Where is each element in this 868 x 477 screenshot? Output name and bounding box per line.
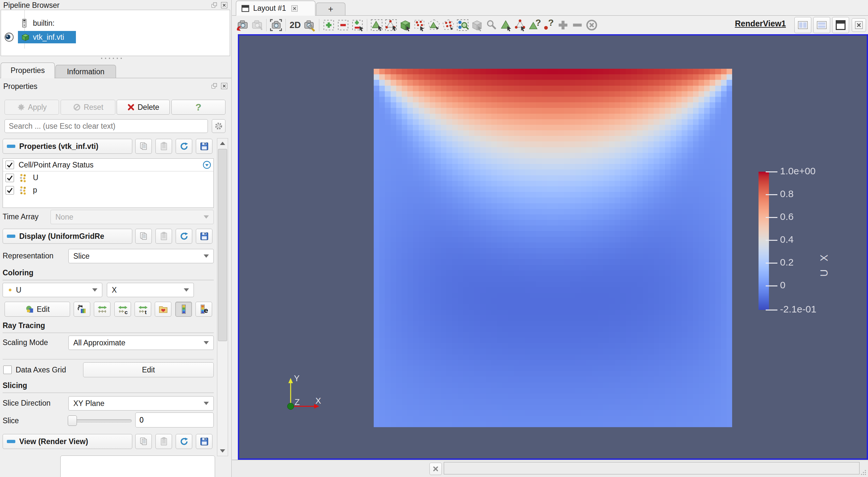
slice-value-input[interactable]: [135, 412, 214, 427]
clear-selection-button[interactable]: [585, 18, 599, 32]
array-status-header[interactable]: Cell/Point Array Status: [3, 159, 213, 171]
close-view-button[interactable]: [852, 18, 866, 32]
scaling-mode-combobox[interactable]: All Approximate: [68, 336, 214, 350]
scrollbar-up-button[interactable]: [218, 139, 227, 148]
eye-icon: [4, 32, 15, 43]
array-u-checkbox[interactable]: [5, 174, 14, 182]
partial-input[interactable]: [60, 455, 215, 477]
maximize-view-button[interactable]: [832, 17, 849, 33]
rescale-custom-range-button[interactable]: c: [114, 302, 131, 317]
select-block-button[interactable]: [470, 18, 484, 32]
select-cells-polygon-button[interactable]: [427, 18, 441, 32]
scrollbar-down-button[interactable]: [218, 447, 227, 455]
render-view-name[interactable]: RenderView1: [721, 19, 786, 28]
time-array-combobox[interactable]: None: [51, 210, 214, 224]
properties-undock-button[interactable]: [211, 82, 218, 90]
tab-add-layout[interactable]: +: [316, 3, 345, 15]
help-button[interactable]: ?: [172, 100, 225, 115]
zoom-to-data-button[interactable]: [269, 18, 283, 32]
save-defaults-button[interactable]: [196, 139, 212, 154]
scrollbar-thumb[interactable]: [218, 149, 227, 341]
copy-view-button[interactable]: [135, 434, 152, 449]
toggle-color-legend-button[interactable]: [175, 302, 192, 317]
reset-button[interactable]: Reset: [61, 100, 115, 115]
render-viewport[interactable]: 1.0e+000.80.60.40.20-2.1e-01 U X Y X Z: [238, 34, 868, 460]
split-horizontal-button[interactable]: [794, 17, 811, 33]
reset-display-button[interactable]: [176, 229, 192, 244]
array-row-u[interactable]: U: [3, 172, 213, 184]
pipeline-browser-close-button[interactable]: [220, 1, 228, 9]
slice-heatmap[interactable]: [374, 69, 732, 427]
pipeline-item-builtin[interactable]: builtin:: [19, 17, 54, 30]
color-component-combobox[interactable]: X: [107, 283, 194, 297]
color-array-combobox[interactable]: U: [3, 283, 102, 297]
search-options-button[interactable]: [212, 119, 225, 133]
interactive-select-cells-data-button[interactable]: [498, 18, 513, 32]
section-view[interactable]: View (Render View): [3, 434, 132, 449]
select-points-through-button[interactable]: [412, 18, 427, 32]
resize-grip-icon[interactable]: [860, 469, 867, 476]
interactive-select-cells-button[interactable]: [456, 18, 470, 32]
color-legend-bar[interactable]: [758, 172, 769, 310]
array-row-p[interactable]: p: [3, 185, 213, 196]
tab-close-icon[interactable]: [291, 5, 299, 12]
rescale-visible-range-button[interactable]: ?: [74, 302, 90, 317]
properties-scrollbar[interactable]: [217, 138, 228, 456]
paste-display-button[interactable]: [155, 229, 172, 244]
subtract-selection-button[interactable]: [336, 18, 350, 32]
data-axes-grid-checkbox[interactable]: [3, 365, 12, 374]
copy-display-button[interactable]: [135, 229, 152, 244]
tab-information[interactable]: Information: [55, 65, 116, 78]
pipeline-item-source[interactable]: vtk_inf.vti: [18, 31, 76, 43]
zoom-to-box-button[interactable]: [302, 18, 317, 32]
properties-close-button[interactable]: [220, 82, 228, 90]
add-selection-button[interactable]: [321, 18, 336, 32]
camera-undo-button[interactable]: [235, 18, 250, 32]
tab-properties[interactable]: Properties: [1, 63, 55, 78]
reset-view-button[interactable]: [176, 434, 192, 449]
reset-defaults-button[interactable]: [176, 139, 192, 154]
slice-direction-combobox[interactable]: XY Plane: [68, 396, 214, 411]
select-cells-rectangle-button[interactable]: [370, 18, 384, 32]
camera-redo-button[interactable]: [250, 18, 264, 32]
array-status-pulldown-button[interactable]: [202, 160, 212, 169]
select-cells-through-button[interactable]: [398, 18, 412, 32]
edit-color-legend-button[interactable]: e: [195, 302, 212, 317]
visibility-eye-button[interactable]: [4, 32, 15, 43]
select-points-polygon-button[interactable]: [441, 18, 456, 32]
slice-slider[interactable]: [68, 413, 132, 427]
save-view-button[interactable]: [196, 434, 212, 449]
apply-button[interactable]: Apply: [5, 100, 59, 115]
tab-layout-1[interactable]: Layout #1: [236, 1, 315, 15]
data-axes-grid-edit-button[interactable]: Edit: [83, 362, 214, 377]
interactive-select-points-data-button[interactable]: [513, 18, 527, 32]
grow-selection-button[interactable]: [556, 18, 570, 32]
hover-points-query-button[interactable]: ?: [541, 18, 556, 32]
rescale-data-range-button[interactable]: [94, 302, 111, 317]
slider-handle[interactable]: [68, 415, 77, 426]
section-properties-source[interactable]: Properties (vtk_inf.vti): [3, 139, 132, 154]
search-input[interactable]: [5, 119, 208, 133]
toggle-selection-button[interactable]: [350, 18, 365, 32]
copy-properties-button[interactable]: [135, 139, 152, 154]
select-points-rectangle-button[interactable]: [384, 18, 398, 32]
abort-progress-button[interactable]: [429, 463, 442, 475]
split-vertical-button[interactable]: [813, 17, 830, 33]
representation-combobox[interactable]: Slice: [68, 249, 214, 263]
save-display-button[interactable]: [196, 229, 212, 244]
paste-view-button[interactable]: [155, 434, 172, 449]
dock-splitter-handle[interactable]: [101, 57, 130, 59]
toggle-2d-mode-button[interactable]: 2D: [288, 18, 302, 32]
hover-cells-query-button[interactable]: ?: [527, 18, 541, 32]
rescale-temporal-range-button[interactable]: t: [134, 302, 151, 317]
choose-preset-button[interactable]: [155, 302, 172, 317]
section-display[interactable]: Display (UniformGridRe: [3, 229, 132, 244]
paste-properties-button[interactable]: [155, 139, 172, 154]
pipeline-browser-undock-button[interactable]: [211, 1, 218, 9]
array-p-checkbox[interactable]: [5, 186, 14, 194]
array-status-checkbox[interactable]: [5, 161, 14, 169]
edit-colormap-button[interactable]: Edit: [5, 302, 70, 317]
delete-button[interactable]: Delete: [117, 100, 170, 115]
hover-cells-button[interactable]: [484, 18, 498, 32]
shrink-selection-button[interactable]: [570, 18, 585, 32]
